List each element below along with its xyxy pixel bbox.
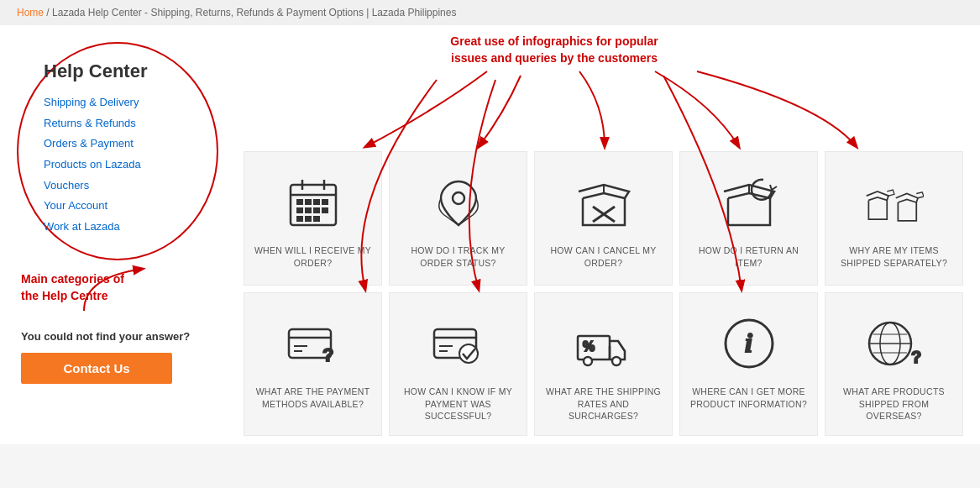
grid-label: HOW DO I RETURN AN ITEM? (689, 244, 809, 269)
grid-item-shipping-rates[interactable]: % WHAT ARE THE SHIPPING RATES AND SURCHA… (534, 292, 673, 436)
svg-rect-14 (314, 217, 319, 221)
grid-label: WHAT ARE THE PAYMENT METHODS AVAILABLE? (253, 386, 373, 410)
breadcrumb-current: Lazada Help Center - Shipping, Returns, … (52, 7, 456, 18)
svg-rect-7 (322, 200, 328, 204)
grid-label: HOW DO I TRACK MY ORDER STATUS? (398, 244, 518, 269)
svg-point-29 (459, 344, 478, 363)
svg-rect-10 (314, 208, 319, 213)
sidebar-nav: Shipping & Delivery Returns & Refunds Or… (44, 92, 141, 238)
grid-item-when-order[interactable]: WHEN WILL I RECEIVE MY ORDER? (244, 151, 382, 286)
grid-label: HOW CAN I KNOW IF MY PAYMENT WAS SUCCESS… (398, 386, 518, 422)
sidebar-oval: Help Center Shipping & Delivery Returns … (17, 42, 218, 260)
grid-item-payment-success[interactable]: HOW CAN I KNOW IF MY PAYMENT WAS SUCCESS… (389, 292, 527, 436)
payment-question-icon: ? (284, 310, 343, 377)
payment-check-icon (429, 310, 488, 377)
bottom-section: You could not find your answer? Contact … (17, 329, 235, 384)
sidebar-item-orders[interactable]: Orders & Payment (44, 134, 141, 155)
svg-text:i: i (745, 328, 752, 358)
grid-label: WHY ARE MY ITEMS SHIPPED SEPARATELY? (834, 244, 954, 269)
grid-label: WHAT ARE THE SHIPPING RATES AND SURCHARG… (543, 386, 663, 422)
sidebar-title: Help Center (44, 60, 147, 82)
svg-rect-11 (322, 208, 328, 213)
annotation-top: Great use of infographics for popular is… (411, 34, 697, 66)
svg-rect-6 (314, 200, 319, 204)
truck-percent-icon: % (574, 310, 633, 377)
svg-rect-12 (297, 217, 302, 221)
cant-find-text: You could not find your answer? (21, 329, 235, 344)
cancel-box-icon (574, 169, 633, 236)
sidebar-item-returns[interactable]: Returns & Refunds (44, 113, 141, 134)
sidebar: Help Center Shipping & Delivery Returns … (17, 34, 235, 436)
grid-item-return-item[interactable]: HOW DO I RETURN AN ITEM? (679, 151, 818, 286)
sidebar-item-shipping[interactable]: Shipping & Delivery (44, 92, 141, 113)
right-content: Great use of infographics for popular is… (244, 34, 963, 436)
grid-item-overseas-products[interactable]: ? WHAT ARE PRODUCTS SHIPPED FROM OVERSEA… (825, 292, 963, 436)
svg-text:%: % (583, 339, 595, 354)
svg-text:?: ? (322, 344, 333, 365)
grid-label: HOW CAN I CANCEL MY ORDER? (543, 244, 663, 269)
multi-box-icon (865, 169, 924, 236)
contact-us-button[interactable]: Contact Us (21, 353, 172, 384)
grid-item-track-order[interactable]: HOW DO I TRACK MY ORDER STATUS? (389, 151, 527, 286)
sidebar-item-work[interactable]: Work at Lazada (44, 217, 141, 238)
sidebar-item-products[interactable]: Products on Lazada (44, 155, 141, 176)
svg-text:?: ? (911, 348, 921, 366)
svg-point-34 (612, 357, 621, 365)
svg-rect-8 (297, 208, 302, 213)
plane-question-icon: ? (865, 310, 924, 377)
grid-label: WHAT ARE PRODUCTS SHIPPED FROM OVERSEAS? (834, 386, 954, 422)
sidebar-item-vouchers[interactable]: Vouchers (44, 176, 141, 197)
calendar-icon (284, 169, 343, 236)
svg-rect-9 (306, 208, 311, 213)
info-circle-icon: i (720, 310, 778, 377)
location-icon (429, 169, 488, 236)
svg-line-32 (618, 341, 625, 351)
grid-item-cancel-order[interactable]: HOW CAN I CANCEL MY ORDER? (534, 151, 673, 286)
svg-point-33 (584, 357, 592, 365)
breadcrumb: Home / Lazada Help Center - Shipping, Re… (0, 0, 980, 25)
grid-item-product-info[interactable]: i WHERE CAN I GET MORE PRODUCT INFORMATI… (679, 292, 818, 436)
grid-label: WHERE CAN I GET MORE PRODUCT INFORMATION… (689, 386, 809, 410)
svg-rect-5 (306, 200, 311, 204)
grid-container: WHEN WILL I RECEIVE MY ORDER? HOW DO I T… (244, 151, 963, 436)
sidebar-item-account[interactable]: Your Account (44, 196, 141, 217)
return-box-icon (720, 169, 778, 236)
grid-item-shipped-separately[interactable]: WHY ARE MY ITEMS SHIPPED SEPARATELY? (825, 151, 963, 286)
svg-rect-4 (297, 200, 302, 204)
grid-item-payment-methods[interactable]: ? WHAT ARE THE PAYMENT METHODS AVAILABLE… (244, 292, 382, 436)
svg-rect-13 (306, 217, 311, 221)
grid-label: WHEN WILL I RECEIVE MY ORDER? (253, 244, 373, 269)
breadcrumb-home[interactable]: Home (17, 7, 44, 18)
svg-point-15 (453, 192, 464, 204)
